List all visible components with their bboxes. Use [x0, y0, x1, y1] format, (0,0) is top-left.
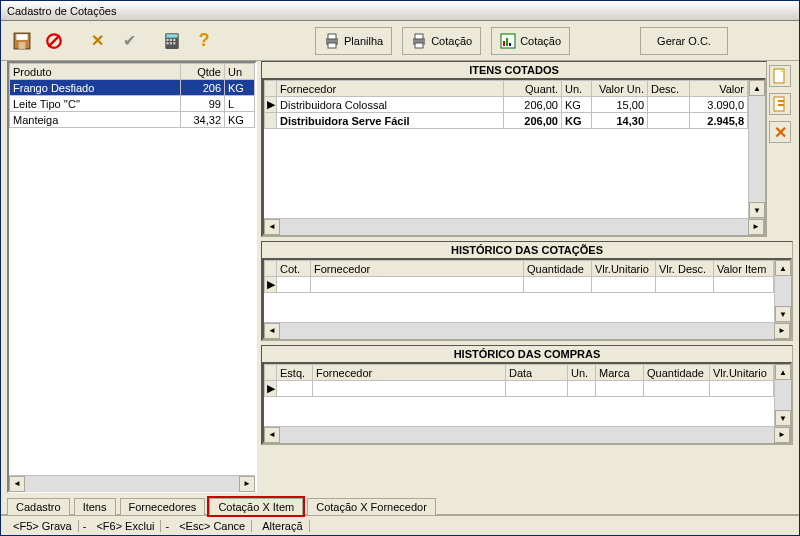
svg-rect-20: [503, 41, 505, 46]
toolbar-separator: [150, 28, 151, 54]
col-marca[interactable]: Marca: [596, 365, 644, 381]
scrollbar-vertical[interactable]: ▲ ▼: [748, 80, 764, 218]
cotacao-print-button[interactable]: Cotação: [402, 27, 481, 55]
historico-compras-table[interactable]: Estq. Fornecedor Data Un. Marca Quantida…: [264, 364, 774, 397]
col-produto[interactable]: Produto: [10, 64, 181, 80]
delete-icon[interactable]: ✕: [86, 30, 108, 52]
status-f6: <F6> Exclui: [90, 520, 161, 532]
scroll-up-icon[interactable]: ▲: [775, 260, 791, 276]
table-row[interactable]: ▶: [265, 277, 774, 293]
scroll-track[interactable]: [25, 476, 239, 492]
toolbar-separator: [75, 28, 76, 54]
col-vlr-desc[interactable]: Vlr. Desc.: [656, 261, 714, 277]
itens-cotados-table[interactable]: Fornecedor Quant. Un. Valor Un. Desc. Va…: [264, 80, 748, 129]
scroll-track[interactable]: [280, 323, 774, 339]
historico-cotacoes-table[interactable]: Cot. Fornecedor Quantidade Vlr.Unitario …: [264, 260, 774, 293]
gerar-oc-button[interactable]: Gerar O.C.: [640, 27, 728, 55]
scroll-track[interactable]: [280, 427, 774, 443]
delete-row-button[interactable]: ✕: [769, 121, 791, 143]
col-fornecedor[interactable]: Fornecedor: [277, 81, 504, 97]
col-qtde[interactable]: Qtde: [181, 64, 225, 80]
scrollbar-horizontal[interactable]: ◄ ►: [264, 322, 790, 338]
col-vlr-unitario[interactable]: Vlr.Unitario: [710, 365, 774, 381]
table-row[interactable]: Manteiga34,32KG: [10, 112, 255, 128]
cotacao-print-label: Cotação: [431, 35, 472, 47]
col-fornecedor[interactable]: Fornecedor: [313, 365, 506, 381]
scroll-down-icon[interactable]: ▼: [775, 410, 791, 426]
col-data[interactable]: Data: [506, 365, 568, 381]
svg-rect-22: [509, 43, 511, 46]
help-icon[interactable]: ?: [193, 30, 215, 52]
col-un[interactable]: Un.: [568, 365, 596, 381]
col-valor-item[interactable]: Valor Item: [714, 261, 774, 277]
col-quantidade[interactable]: Quantidade: [524, 261, 592, 277]
table-row[interactable]: ▶: [265, 381, 774, 397]
col-un[interactable]: Un.: [562, 81, 592, 97]
scroll-track[interactable]: [280, 219, 748, 235]
scroll-left-icon[interactable]: ◄: [264, 323, 280, 339]
col-un[interactable]: Un: [225, 64, 255, 80]
table-row[interactable]: Leite Tipo ''C''99L: [10, 96, 255, 112]
gerar-oc-label: Gerar O.C.: [657, 35, 711, 47]
main-area: Produto Qtde Un Frango Desfiado206KGLeit…: [1, 61, 799, 493]
scroll-down-icon[interactable]: ▼: [749, 202, 765, 218]
col-estq[interactable]: Estq.: [277, 365, 313, 381]
cotacao-chart-label: Cotação: [520, 35, 561, 47]
calculator-icon[interactable]: [161, 30, 183, 52]
scrollbar-horizontal[interactable]: ◄ ►: [9, 475, 255, 491]
edit-doc-button[interactable]: [769, 93, 791, 115]
col-quantidade[interactable]: Quantidade: [644, 365, 710, 381]
scrollbar-horizontal[interactable]: ◄ ►: [264, 426, 790, 442]
status-f5: <F5> Grava: [7, 520, 79, 532]
scroll-right-icon[interactable]: ►: [239, 476, 255, 492]
products-table[interactable]: Produto Qtde Un Frango Desfiado206KGLeit…: [9, 63, 255, 128]
scroll-up-icon[interactable]: ▲: [775, 364, 791, 380]
col-desc[interactable]: Desc.: [648, 81, 690, 97]
scroll-track[interactable]: [775, 380, 791, 410]
statusbar: <F5> Grava - <F6> Exclui - <Esc> Cance A…: [1, 515, 799, 535]
svg-rect-18: [415, 43, 423, 48]
col-vlr-unitario[interactable]: Vlr.Unitario: [592, 261, 656, 277]
scrollbar-vertical[interactable]: ▲ ▼: [774, 364, 790, 426]
svg-line-4: [48, 35, 59, 46]
new-doc-button[interactable]: [769, 65, 791, 87]
confirm-icon[interactable]: ✔: [118, 30, 140, 52]
svg-rect-21: [506, 38, 508, 46]
save-icon[interactable]: [11, 30, 33, 52]
tab-itens[interactable]: Itens: [74, 498, 116, 515]
scroll-right-icon[interactable]: ►: [774, 427, 790, 443]
scroll-track[interactable]: [775, 276, 791, 306]
bottom-tabs: Cadastro Itens Fornecedores Cotação X It…: [1, 493, 799, 515]
col-quant[interactable]: Quant.: [504, 81, 562, 97]
planilha-button[interactable]: Planilha: [315, 27, 392, 55]
scrollbar-vertical[interactable]: ▲ ▼: [774, 260, 790, 322]
col-cot[interactable]: Cot.: [277, 261, 311, 277]
tab-cotacao-x-fornecedor[interactable]: Cotação X Fornecedor: [307, 498, 436, 515]
col-valor-un[interactable]: Valor Un.: [592, 81, 648, 97]
status-alteracao: Alteraçã: [256, 520, 309, 532]
svg-rect-15: [328, 43, 336, 48]
scroll-track[interactable]: [749, 96, 765, 202]
scroll-right-icon[interactable]: ►: [774, 323, 790, 339]
scroll-left-icon[interactable]: ◄: [264, 427, 280, 443]
cancel-icon[interactable]: [43, 30, 65, 52]
table-row[interactable]: Frango Desfiado206KG: [10, 80, 255, 96]
col-valor[interactable]: Valor: [690, 81, 748, 97]
col-fornecedor[interactable]: Fornecedor: [311, 261, 524, 277]
svg-rect-26: [778, 100, 784, 102]
chart-icon: [500, 33, 516, 49]
scroll-left-icon[interactable]: ◄: [9, 476, 25, 492]
col-marker: [265, 365, 277, 381]
scroll-up-icon[interactable]: ▲: [749, 80, 765, 96]
cotacao-chart-button[interactable]: Cotação: [491, 27, 570, 55]
scrollbar-horizontal[interactable]: ◄ ►: [264, 218, 764, 234]
table-row[interactable]: ▶Distribuidora Colossal206,00KG15,003.09…: [265, 97, 748, 113]
scroll-left-icon[interactable]: ◄: [264, 219, 280, 235]
scroll-right-icon[interactable]: ►: [748, 219, 764, 235]
left-panel: Produto Qtde Un Frango Desfiado206KGLeit…: [7, 61, 257, 493]
tab-cadastro[interactable]: Cadastro: [7, 498, 70, 515]
tab-cotacao-x-item[interactable]: Cotação X Item: [209, 498, 303, 515]
tab-fornecedores[interactable]: Fornecedores: [120, 498, 206, 515]
table-row[interactable]: Distribuidora Serve Fácil206,00KG14,302.…: [265, 113, 748, 129]
scroll-down-icon[interactable]: ▼: [775, 306, 791, 322]
